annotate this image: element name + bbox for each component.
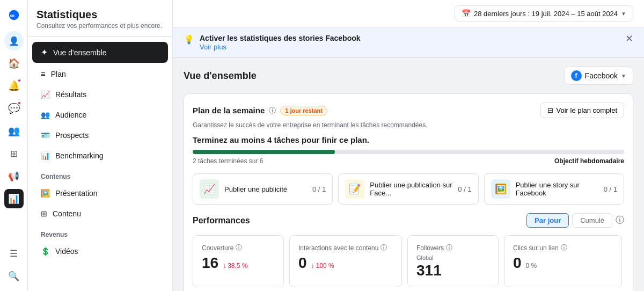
followers-label: Followers ⓘ: [416, 243, 489, 252]
task-count-publication: 0 / 1: [458, 185, 471, 193]
icon-bar: ∞ 👤 🏠 🔔 💬 👥 ⊞ 📢 📊 ☰ 🔍: [0, 0, 28, 291]
meta-logo-icon[interactable]: ∞: [4, 5, 24, 25]
plan-title: Plan de la semaine: [193, 106, 265, 115]
group-icon[interactable]: 👥: [4, 121, 24, 141]
search-icon[interactable]: 🔍: [4, 266, 24, 286]
close-icon[interactable]: ✕: [625, 34, 633, 43]
audience-icon: 👥: [41, 111, 50, 119]
followers-sublabel: Global: [416, 254, 489, 261]
task-item-publicite: 📈 Publier une publicité 0 / 1: [193, 173, 333, 205]
sidebar-item-presentation[interactable]: 🖼️ Présentation: [32, 184, 168, 203]
interactions-info-icon[interactable]: ⓘ: [380, 243, 387, 252]
sidebar-item-label: Prospects: [55, 131, 89, 140]
performances-header: Performances Par jour Cumulé ⓘ: [193, 213, 624, 228]
grid-icon[interactable]: ⊞: [4, 144, 24, 163]
message-badge: [17, 101, 21, 105]
section-header: Vue d'ensemble f Facebook ▼: [184, 67, 633, 85]
clics-label: Clics sur un lien ⓘ: [513, 243, 613, 252]
banner-link[interactable]: Voir plus: [200, 43, 226, 51]
notification-icon[interactable]: 🔔: [4, 76, 24, 96]
chevron-down-icon: ▼: [621, 73, 626, 79]
metrics-row: Couverture ⓘ 16 ↓ 38,5 %: [193, 235, 624, 287]
menu-icon[interactable]: ☰: [4, 244, 24, 263]
facebook-label: Facebook: [585, 71, 618, 80]
par-jour-button[interactable]: Par jour: [526, 213, 569, 228]
plan-card: Plan de la semaine ⓘ 1 jour restant ⊟ Vo…: [184, 93, 633, 291]
task-item-story: 🖼️ Publier une story sur Facebook 0 / 1: [484, 173, 624, 205]
perf-controls: Par jour Cumulé ⓘ: [526, 213, 624, 228]
performances-card: Performances Par jour Cumulé ⓘ Couvertur…: [193, 213, 624, 287]
notification-badge: [17, 78, 21, 83]
sidebar-item-audience[interactable]: 👥 Audience: [32, 105, 168, 125]
tasks-header: Terminez au moins 4 tâches pour finir ce…: [193, 135, 624, 144]
couverture-change: ↓ 38,5 %: [223, 262, 247, 270]
message-icon[interactable]: 💬: [4, 99, 24, 118]
section-revenus-label: Revenus: [28, 224, 172, 241]
plan-header: Plan de la semaine ⓘ 1 jour restant ⊟ Vo…: [193, 103, 624, 118]
objective-label: Objectif hebdomadaire: [554, 157, 624, 165]
clics-change: 0 %: [526, 262, 537, 270]
vue-ensemble-icon: ✦: [41, 47, 48, 57]
sidebar-item-label: Contenu: [53, 209, 81, 218]
profile-icon[interactable]: 👤: [4, 31, 24, 50]
calendar-icon: 📅: [462, 9, 471, 18]
interactions-change: ↓ 100 %: [311, 262, 334, 270]
banner-title: Activer les statistiques des stories Fac…: [200, 34, 620, 42]
plan-info-icon[interactable]: ⓘ: [269, 106, 276, 115]
progress-labels: 2 tâches terminées sur 6 Objectif hebdom…: [193, 157, 624, 165]
task-thumb-publicite: 📈: [200, 179, 219, 199]
facebook-selector[interactable]: f Facebook ▼: [564, 67, 633, 85]
sidebar-item-contenu[interactable]: ⊞ Contenu: [32, 204, 168, 223]
task-count-story: 0 / 1: [604, 185, 617, 193]
metric-couverture: Couverture ⓘ 16 ↓ 38,5 %: [193, 235, 284, 287]
home-icon[interactable]: 🏠: [4, 54, 24, 73]
sidebar-header: Statistiques Consultez vos performances …: [28, 0, 172, 37]
followers-info-icon[interactable]: ⓘ: [446, 243, 452, 252]
sidebar-item-label: Benchmarking: [55, 151, 104, 160]
sidebar: Statistiques Consultez vos performances …: [28, 0, 173, 291]
sidebar-item-label: Vue d'ensemble: [53, 48, 106, 57]
date-range-text: 28 derniers jours : 19 juil. 2024 – 15 a…: [474, 10, 618, 18]
couverture-label: Couverture ⓘ: [202, 243, 275, 252]
cumule-button[interactable]: Cumulé: [572, 213, 612, 228]
followers-value: 311: [416, 262, 442, 279]
progress-track: [193, 150, 624, 154]
progress-fill: [193, 150, 335, 154]
sidebar-item-label: Audience: [55, 111, 86, 119]
sidebar-item-resultats[interactable]: 📈 Résultats: [32, 85, 168, 104]
sidebar-title: Statistiques: [36, 9, 164, 21]
progress-text: 2 tâches terminées sur 6: [193, 157, 263, 165]
megaphone-icon[interactable]: 📢: [4, 166, 24, 186]
date-range-picker[interactable]: 📅 28 derniers jours : 19 juil. 2024 – 15…: [455, 5, 633, 21]
chart-up-icon: 📈: [203, 183, 215, 195]
overview-title: Vue d'ensemble: [184, 70, 257, 82]
stories-banner: 💡 Activer les statistiques des stories F…: [173, 27, 644, 58]
chart-icon[interactable]: 📊: [4, 189, 24, 208]
main-content-area: Vue d'ensemble f Facebook ▼ Plan de la s…: [173, 58, 644, 291]
presentation-icon: 🖼️: [41, 189, 50, 198]
clics-value: 0: [513, 254, 522, 272]
couverture-info-icon[interactable]: ⓘ: [236, 243, 242, 252]
task-thumb-publication: 📝: [345, 179, 364, 199]
interactions-label: Interactions avec le contenu ⓘ: [298, 243, 393, 252]
metric-followers: Followers ⓘ Global 311: [407, 235, 499, 287]
arrow-down-icon: ↓: [311, 262, 314, 270]
sidebar-subtitle: Consultez vos performances et plus encor…: [36, 22, 164, 30]
sidebar-item-vue-ensemble[interactable]: ✦ Vue d'ensemble: [32, 42, 168, 63]
sidebar-item-benchmarking[interactable]: 📊 Benchmarking: [32, 146, 168, 165]
facebook-icon: f: [571, 70, 582, 81]
section-contenus-label: Contenus: [28, 166, 172, 183]
sidebar-item-prospects[interactable]: 🪪 Prospects: [32, 126, 168, 145]
sidebar-item-videos[interactable]: 💲 Vidéos: [32, 242, 168, 261]
plan-title-row: Plan de la semaine ⓘ 1 jour restant: [193, 106, 327, 115]
plan-badge: 1 jour restant: [280, 106, 327, 115]
plan-icon: ≡: [41, 69, 46, 78]
clics-info-icon[interactable]: ⓘ: [561, 243, 567, 252]
calendar-lines-icon: ⊟: [547, 106, 553, 114]
sidebar-item-plan[interactable]: ≡ Plan: [32, 64, 168, 84]
performances-info-icon[interactable]: ⓘ: [616, 215, 624, 226]
sidebar-item-label: Résultats: [55, 90, 86, 99]
voir-plan-button[interactable]: ⊟ Voir le plan complet: [540, 103, 624, 118]
image-icon: 🖼️: [495, 183, 507, 195]
banner-bulb-icon: 💡: [184, 34, 194, 45]
